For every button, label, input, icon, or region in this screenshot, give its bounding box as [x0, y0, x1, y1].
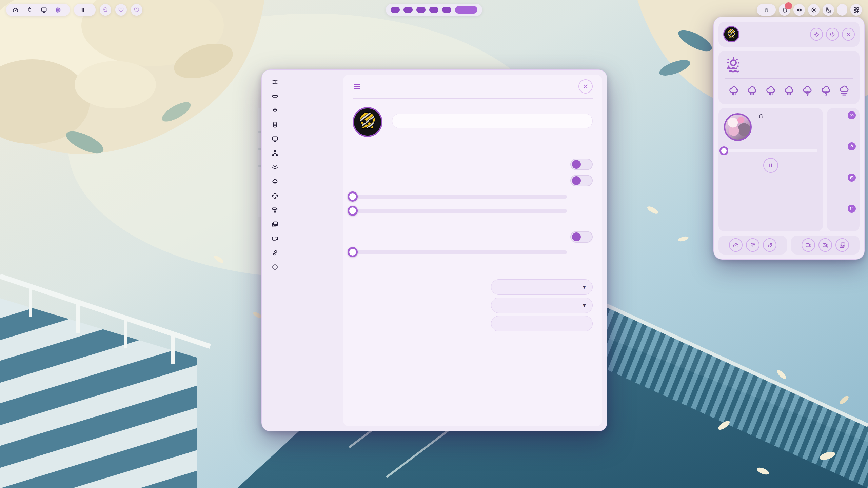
- sliders-icon: [353, 82, 361, 91]
- skull-button[interactable]: [100, 4, 111, 16]
- workspace-dot[interactable]: [442, 7, 451, 13]
- auto-hide-dock-toggle[interactable]: [570, 231, 593, 243]
- system-stats-pill[interactable]: [6, 4, 70, 16]
- leaf-icon: [767, 242, 773, 248]
- sidebar-item-weather[interactable]: [267, 175, 338, 188]
- setting-row-dock-opacity: [353, 247, 593, 258]
- sidebar-item-launcher[interactable]: [267, 104, 338, 117]
- rain-icon: [728, 85, 739, 97]
- toggle-knob: [572, 176, 581, 185]
- slider-knob[interactable]: [348, 191, 358, 202]
- workspace-active[interactable]: [455, 6, 477, 14]
- rain-icon: [783, 85, 795, 97]
- sidebar-item-about[interactable]: [267, 260, 338, 274]
- setting-row-default-font: ▾: [353, 279, 593, 295]
- workspace-switcher[interactable]: [386, 4, 482, 16]
- sidebar-item-audio[interactable]: [267, 118, 338, 131]
- volume-button[interactable]: [793, 4, 805, 16]
- workspace-dot[interactable]: [416, 7, 426, 13]
- desktop: ▾ ▾: [0, 0, 868, 488]
- temperature-gauge: [833, 144, 853, 164]
- sidebar-item-wallpaper[interactable]: [267, 203, 338, 217]
- favorite-button-2[interactable]: [131, 4, 142, 16]
- notification-badge: [785, 2, 792, 9]
- workspace-dot[interactable]: [391, 7, 400, 13]
- show-corners-toggle[interactable]: [570, 159, 593, 170]
- sidebar-item-screen-recorder[interactable]: [267, 232, 338, 245]
- setting-row-auto-hide-dock: [353, 231, 593, 243]
- slider-knob[interactable]: [348, 247, 358, 257]
- user-card: [718, 22, 860, 47]
- toggle-knob: [572, 160, 581, 169]
- media-progress-slider[interactable]: [724, 149, 817, 152]
- profile-path-input[interactable]: [392, 114, 593, 128]
- disk-icon: [848, 205, 856, 213]
- tray-app-icon[interactable]: [757, 4, 776, 16]
- media-pill[interactable]: [74, 4, 96, 16]
- sidebar-item-network[interactable]: [267, 146, 338, 160]
- grid-plus-icon: [853, 7, 860, 13]
- sidebar-item-brightness[interactable]: [267, 161, 338, 174]
- forecast-day: [835, 82, 853, 100]
- fixed-font-dropdown[interactable]: ▾: [491, 298, 593, 313]
- setting-row-dim-desktop: [353, 175, 593, 186]
- sliders-icon: [272, 79, 278, 85]
- dock-opacity-slider[interactable]: [353, 250, 567, 254]
- brightness-icon: [272, 164, 278, 171]
- workspace-dot[interactable]: [429, 7, 438, 13]
- gauge-icon: [848, 111, 856, 119]
- sidebar-item-display[interactable]: [267, 132, 338, 146]
- slider-knob[interactable]: [719, 146, 728, 155]
- gear-icon: [813, 31, 820, 37]
- settings-button[interactable]: [810, 28, 823, 41]
- flame-icon: [848, 142, 856, 150]
- clock[interactable]: [837, 4, 847, 16]
- power-button[interactable]: [826, 28, 839, 41]
- close-button[interactable]: [578, 79, 593, 94]
- default-font-dropdown[interactable]: ▾: [491, 279, 593, 295]
- border-radius-slider[interactable]: [353, 195, 567, 199]
- rain-icon: [765, 85, 776, 97]
- power-saver-mode-button[interactable]: [763, 238, 776, 252]
- sidebar-item-general[interactable]: [267, 75, 338, 89]
- record-screen-button[interactable]: [802, 238, 815, 252]
- link-icon: [272, 249, 278, 256]
- notifications-button[interactable]: [779, 4, 790, 16]
- info-icon: [272, 264, 278, 270]
- paw-icon: [763, 7, 770, 13]
- pause-icon: [768, 162, 774, 168]
- setting-row-partial-font: [353, 316, 593, 331]
- divider: [353, 268, 593, 268]
- sun-haze-icon: [725, 56, 743, 74]
- close-icon: [845, 31, 851, 37]
- video-camera-icon: [272, 235, 278, 242]
- pause-icon: [80, 7, 86, 13]
- dim-desktop-toggle[interactable]: [570, 175, 593, 186]
- performance-mode-button[interactable]: [729, 238, 743, 252]
- animation-speed-slider[interactable]: [353, 209, 567, 213]
- rocket-icon: [272, 107, 278, 114]
- sidebar-item-color-scheme[interactable]: [267, 189, 338, 203]
- brightness-button[interactable]: [808, 4, 820, 16]
- forecast-day: [762, 82, 780, 100]
- partial-font-dropdown[interactable]: [491, 316, 593, 331]
- sun-icon: [811, 7, 817, 13]
- pause-button[interactable]: [763, 158, 778, 173]
- night-light-button[interactable]: [823, 4, 834, 16]
- sidebar-item-wallpaper-selector[interactable]: [267, 218, 338, 231]
- audio-visualizer: [724, 201, 817, 227]
- sidebar-item-hooks[interactable]: [267, 246, 338, 260]
- favorite-button[interactable]: [115, 4, 127, 16]
- moon-off-icon: [825, 7, 832, 13]
- balanced-mode-button[interactable]: [746, 238, 760, 252]
- screenshot-button[interactable]: [835, 238, 849, 252]
- sidebar-item-bar[interactable]: [267, 89, 338, 103]
- workspace-dot[interactable]: [403, 7, 413, 13]
- stop-record-button[interactable]: [818, 238, 832, 252]
- dashboard-button[interactable]: [850, 4, 862, 16]
- video-camera-off-icon: [822, 242, 829, 248]
- setting-row-border-radius: [353, 191, 593, 202]
- close-panel-button[interactable]: [842, 28, 855, 41]
- slider-knob[interactable]: [348, 206, 358, 216]
- weather-card: [718, 51, 860, 104]
